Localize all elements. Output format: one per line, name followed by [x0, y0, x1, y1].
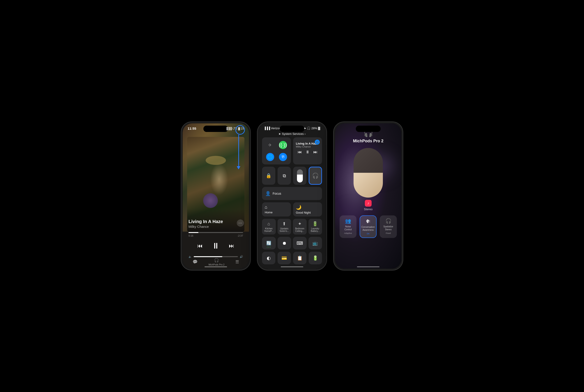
music-note-icon: ♪ [367, 201, 369, 205]
now-playing-tile[interactable]: 🎧 Living In A Haze Milky Chance ⏮ ⏸ ⏭ [293, 137, 322, 164]
control-center-screen: ▐▐▐ Verizon LTE ➤ 🎧 28% ▓ ➤ System Servi… [259, 123, 325, 269]
bluetooth-button[interactable]: 𝔅 [277, 152, 289, 162]
wifi-button[interactable]: 🌐 [264, 152, 276, 162]
noise-control-adaptive-button[interactable]: 👥 Noise Control Adaptive [340, 216, 357, 238]
battery-section: ➤ 🎧 28% ▓ [304, 126, 320, 130]
queue-icon: ☰ [235, 260, 239, 264]
spatialize-stereo-button[interactable]: 🎧 Spatialize Stereo Fixed [380, 216, 397, 238]
more-options-button[interactable]: ··· [237, 220, 244, 227]
noise-adaptive-sublabel: Adaptive [344, 232, 352, 234]
current-time: 0:16 [188, 234, 193, 237]
laundry-label: LaundryBattery... [311, 227, 320, 232]
progress-fill [188, 232, 198, 233]
fast-forward-button[interactable]: ⏭ [229, 243, 234, 249]
np-rewind-button[interactable]: ⏮ [298, 150, 302, 154]
cellular-button[interactable]: ((·)) [277, 140, 289, 150]
tab-lyrics[interactable]: 💬 [193, 260, 197, 264]
kitchen-icon: ⌂ [267, 221, 270, 226]
notch-3 [356, 126, 381, 132]
np-controls: ⏮ ⏸ ⏭ [296, 150, 319, 154]
rewind-button[interactable]: ⏮ [197, 243, 203, 249]
noise-controls: 👥 Noise Control Adaptive 🗣 ConversationA… [335, 213, 401, 240]
wallet-button[interactable]: 💳 [278, 252, 291, 264]
system-services-link[interactable]: ➤ System Services › [259, 132, 325, 136]
bluetooth-icon: 𝔅 [279, 153, 287, 161]
location-arrow-icon: ➤ [278, 132, 281, 136]
focus-button[interactable]: 👤 Focus [262, 187, 322, 200]
volume-fill [194, 256, 222, 257]
home-button[interactable]: ⌂ Home [262, 202, 291, 216]
pause-button[interactable]: ⏸ [212, 241, 220, 250]
record-button[interactable]: ⏺ [278, 237, 291, 250]
battery-percent-cc: 28% [311, 126, 317, 130]
noise-adaptive-icon: 👥 [345, 218, 351, 224]
airpods-icon: 🎧 [214, 258, 219, 263]
airpods-label: MichPods Pro 2 [209, 264, 225, 266]
upstairs-label: UpstairsSoren's... [280, 227, 289, 232]
home-indicator-3 [357, 266, 380, 267]
music-player-screen: 11:55 ▐▐▐ LTE ▓ 23 Livin [183, 123, 249, 269]
cellular-icon: ((·)) [279, 141, 287, 149]
footer-row: ◐ 💳 📋 🔋 [259, 252, 325, 264]
phone-control-center: ▐▐▐ Verizon LTE ➤ 🎧 28% ▓ ➤ System Servi… [257, 122, 327, 270]
notes-button[interactable]: 📋 [293, 252, 306, 264]
signal-icon: ▐▐▐ [226, 127, 232, 130]
lyrics-icon: 💬 [193, 260, 197, 264]
brightness-slider[interactable]: ☀ [293, 167, 306, 185]
kitchen-home-tile[interactable]: ⌂ KitchenHomeP... [262, 219, 276, 234]
system-services-label: System Services [282, 132, 304, 136]
progress-bar[interactable] [188, 232, 243, 233]
np-pause-button[interactable]: ⏸ [306, 150, 310, 154]
volume-bar[interactable] [194, 256, 238, 257]
dark-mode-button[interactable]: ◐ [262, 252, 275, 264]
np-artist: Milky Chance [296, 145, 319, 148]
airpods-control-container: 🎧 [309, 167, 322, 185]
conversation-awareness-button[interactable]: 🗣 ConversationAwareness On [360, 216, 377, 238]
tab-airpods[interactable]: 🎧 MichPods Pro 2 [209, 258, 225, 266]
arrow-line [238, 135, 239, 166]
lock-rotation-button[interactable]: 🔒 [262, 167, 275, 185]
airplane-icon: ✈ [268, 142, 272, 148]
laundry-tile[interactable]: 🔋 LaundryBattery... [308, 219, 322, 234]
bedroom-tile[interactable]: ✦ BedroomCeiling... [293, 219, 307, 234]
shazam-button[interactable]: 🔄 ✓✓✓ [262, 237, 276, 250]
focus-label: Focus [273, 192, 281, 195]
airplay-icon: 🎧 [316, 141, 319, 144]
airplay-button[interactable]: 🎧 [315, 140, 320, 144]
stereo-label: Stereo [364, 208, 373, 211]
battery-widget-button[interactable]: 🔋 [309, 252, 322, 264]
arrow-head [237, 166, 240, 170]
home-apps-row: ⌂ KitchenHomeP... ⬆ UpstairsSoren's... ✦… [259, 219, 325, 234]
spatialize-sublabel: Fixed [386, 232, 391, 234]
scene: 11:55 ▐▐▐ LTE ▓ 23 Livin [174, 115, 410, 277]
np-forward-button[interactable]: ⏭ [313, 150, 317, 154]
shazam-checkmark: ✓✓✓ [267, 246, 271, 248]
conversation-label: ConversationAwareness [361, 226, 375, 232]
upstairs-tile[interactable]: ⬆ UpstairsSoren's... [278, 219, 291, 234]
remote-button[interactable]: 📺 [308, 237, 322, 250]
phone2-screen: ▐▐▐ Verizon LTE ➤ 🎧 28% ▓ ➤ System Servi… [259, 123, 325, 269]
airpods-control-button[interactable]: 🎧 [309, 167, 322, 185]
focus-row: 👤 Focus [259, 187, 325, 200]
good-night-label: Good Night [296, 211, 311, 214]
airplane-mode-button[interactable]: ✈ [264, 140, 276, 150]
noise-adaptive-label: Noise Control [343, 225, 353, 231]
cc-header[interactable]: ➤ System Services › [259, 131, 325, 137]
phone1-screen: 11:55 ▐▐▐ LTE ▓ 23 Livin [183, 123, 249, 269]
screen-mirror-button[interactable]: ⧉ [278, 167, 291, 185]
good-night-button[interactable]: 🌙 Good Night [293, 202, 322, 216]
record-icon: ⏺ [282, 241, 287, 246]
tab-queue[interactable]: ☰ [235, 260, 239, 264]
keyboard-icon: ⌨ [297, 240, 303, 246]
song-artist: Milky Chance [188, 225, 243, 228]
phone3-screen-inner: 🎧 MichPods Pro 2 ♪ Stereo [335, 123, 401, 269]
music-source-icon: ♪ [365, 200, 372, 206]
bedroom-icon: ✦ [298, 221, 302, 226]
keyboard-button[interactable]: ⌨ [293, 237, 307, 250]
connectivity-panel: ✈ ((·)) 🌐 𝔅 [262, 137, 291, 164]
annotation-arrow [237, 135, 240, 170]
wallet-icon: 💳 [281, 255, 287, 261]
phone-airpods-settings: 🎧 MichPods Pro 2 ♪ Stereo [333, 122, 403, 270]
airpods-small-icon: 🎧 [312, 172, 319, 179]
bottom-tabs: 💬 🎧 MichPods Pro 2 ☰ [183, 258, 249, 266]
